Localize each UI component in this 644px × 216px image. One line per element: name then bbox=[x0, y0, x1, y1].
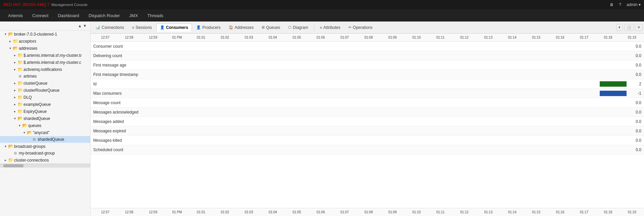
timeline-bottom: 12:5712:5812:5901 PM01:0101:0201:0301:04… bbox=[91, 208, 644, 216]
tree-node-addresses[interactable]: ▾📂addresses bbox=[0, 45, 90, 52]
sidebar-horizontal-scrollbar[interactable] bbox=[0, 164, 90, 168]
timeline-label: 01:07 bbox=[333, 210, 357, 214]
timeline-label: 01:06 bbox=[309, 210, 333, 214]
tree-arrow-icon: ▾ bbox=[3, 32, 8, 36]
tree-label-artimes: artimes bbox=[23, 74, 37, 79]
nav-jmx[interactable]: JMX bbox=[124, 9, 143, 21]
attributes-icon: ≡ bbox=[320, 26, 322, 30]
tree-node-shardedQueue-leaf[interactable]: ⚙shardedQueue bbox=[0, 136, 90, 143]
tree-node-my-broadcast-group[interactable]: ⚙my-broadcast-group bbox=[0, 150, 90, 157]
tree-node-artemis-internal-sf2[interactable]: ▸📁$.artemis.internal.sf.my-cluster.c bbox=[0, 59, 90, 66]
tab-maximize-btn[interactable]: ⬜ bbox=[624, 24, 634, 31]
data-row-label: Scheduled count bbox=[93, 147, 628, 152]
tree-arrow-icon: ▸ bbox=[12, 102, 17, 106]
tree-node-broker[interactable]: ▾📂broker-7.0.3-clustered-1 bbox=[0, 31, 90, 38]
navbar: Artemis Connect Dashboard Dispatch Route… bbox=[0, 9, 644, 21]
tab-addresses-label: Addresses bbox=[235, 25, 254, 30]
tree-label-broadcast-groups: broadcast-groups bbox=[14, 144, 45, 149]
folder-icon: 📁 bbox=[17, 53, 23, 58]
timeline-label: 01:03 bbox=[237, 36, 261, 39]
nav-connect[interactable]: Connect bbox=[28, 9, 53, 21]
tab-diagram[interactable]: ⬡ Diagram bbox=[284, 24, 312, 32]
tree-node-clusterQueue[interactable]: ▸📁clusterQueue bbox=[0, 80, 90, 87]
nav-artemis[interactable]: Artemis bbox=[3, 9, 28, 21]
chart-bar-icon: 📊 bbox=[96, 25, 100, 30]
tree-label-addresses: addresses bbox=[19, 46, 37, 51]
tree-label-anycast: "anycast" bbox=[33, 130, 50, 135]
data-area: Consumer count0.0Delivering count0.0Firs… bbox=[91, 42, 644, 208]
tree-node-artemis-internal-sf[interactable]: ▸📁$.artemis.internal.sf.my-cluster.b bbox=[0, 52, 90, 59]
timeline-label: 01:02 bbox=[213, 36, 237, 39]
tab-producers[interactable]: 👤 Producers bbox=[193, 24, 224, 32]
tab-sessions-label: Sessions bbox=[136, 25, 152, 30]
tab-operations[interactable]: ✏ Operations bbox=[345, 24, 376, 32]
content-area: 📊 Connections ≡ Sessions 👤 Consumers 👤 P… bbox=[91, 21, 644, 216]
gear-icon: ⚙ bbox=[13, 151, 18, 156]
folder-icon: 📂 bbox=[22, 123, 28, 128]
tree-label-my-broadcast-group: my-broadcast-group bbox=[19, 151, 55, 156]
data-row-label: Delivering count bbox=[93, 53, 628, 58]
tree-arrow-icon: ▾ bbox=[17, 124, 22, 127]
tab-bar: 📊 Connections ≡ Sessions 👤 Consumers 👤 P… bbox=[91, 21, 644, 34]
tab-queues[interactable]: ⊞ Queues bbox=[258, 24, 284, 32]
timeline-label: 01:06 bbox=[309, 36, 333, 39]
tab-connections[interactable]: 📊 Connections bbox=[92, 24, 128, 32]
data-row-value: 0.0 bbox=[628, 129, 641, 133]
data-row: Messages expired0.0 bbox=[91, 126, 644, 136]
diagram-icon: ⬡ bbox=[288, 25, 291, 30]
tab-producers-label: Producers bbox=[202, 25, 221, 30]
tree-node-anycast[interactable]: ▾📂"anycast" bbox=[0, 129, 90, 136]
tree-arrow-icon: ▸ bbox=[7, 39, 13, 43]
sidebar-hscroll-thumb[interactable] bbox=[3, 164, 23, 167]
nav-dispatch-router[interactable]: Dispatch Router bbox=[84, 9, 124, 21]
tree-node-broadcast-groups[interactable]: ▾📂broadcast-groups bbox=[0, 143, 90, 150]
timeline-label: 01:14 bbox=[500, 36, 524, 39]
tab-dropdown-btn[interactable]: ▾ bbox=[616, 24, 623, 31]
tree-node-activemq-notifications[interactable]: ▸📁activemq.notifications bbox=[0, 66, 90, 73]
data-row-value: 0.0 bbox=[628, 147, 641, 152]
tree-node-artimes[interactable]: ⚙artimes bbox=[0, 73, 90, 80]
topbar-right: 🖥 ? admin ▾ bbox=[609, 2, 641, 7]
data-row-label: Messages added bbox=[93, 119, 628, 124]
data-row-value: 0.0 bbox=[628, 44, 641, 49]
tree-node-shardedQueue[interactable]: ▾📂shardedQueue bbox=[0, 115, 90, 122]
nav-dashboard[interactable]: Dashboard bbox=[53, 9, 84, 21]
user-menu[interactable]: admin ▾ bbox=[627, 2, 641, 7]
tab-close-btn[interactable]: ✕ bbox=[635, 24, 643, 31]
folder-icon: 📁 bbox=[17, 95, 23, 100]
tree-node-expiryQueue[interactable]: ▸📁ExpiryQueue bbox=[0, 108, 90, 115]
tree-arrow-icon: ▸ bbox=[12, 88, 17, 92]
timeline-label: 01:01 bbox=[189, 210, 213, 214]
tree-node-exampleQueue[interactable]: ▸📁exampleQueue bbox=[0, 101, 90, 108]
tree-node-acceptors[interactable]: ▸📁acceptors bbox=[0, 38, 90, 45]
data-row-label: First message age bbox=[93, 63, 628, 68]
timeline-label: 01:16 bbox=[548, 36, 572, 39]
tab-sessions[interactable]: ≡ Sessions bbox=[128, 24, 156, 32]
timeline-label: 01:17 bbox=[572, 36, 596, 39]
addresses-icon: 🏠 bbox=[229, 25, 233, 30]
tree-arrow-icon: ▸ bbox=[3, 158, 8, 162]
tree-label-artemis-internal-sf2: $.artemis.internal.sf.my-cluster.c bbox=[23, 60, 81, 65]
tree-arrow-icon: ▸ bbox=[12, 53, 17, 57]
data-row-bar: 2 bbox=[600, 81, 641, 87]
tab-addresses[interactable]: 🏠 Addresses bbox=[225, 24, 258, 32]
data-row-label: Message count bbox=[93, 100, 628, 105]
data-row: Delivering count0.0 bbox=[91, 51, 644, 60]
data-row: Scheduled count0.0 bbox=[91, 145, 644, 155]
nav-threads[interactable]: Threads bbox=[143, 9, 168, 21]
tree-node-queues[interactable]: ▾📂queues bbox=[0, 122, 90, 129]
tree-node-clusterRouterQueue[interactable]: ▸📁clusterRouterQueue bbox=[0, 87, 90, 94]
tab-consumers[interactable]: 👤 Consumers bbox=[156, 24, 192, 32]
tree-label-shardedQueue-leaf: shardedQueue bbox=[38, 137, 64, 142]
monitor-icon[interactable]: 🖥 bbox=[609, 2, 613, 7]
tree-label-exampleQueue: exampleQueue bbox=[23, 102, 51, 107]
operations-icon: ✏ bbox=[348, 25, 352, 30]
sidebar-collapse-btn[interactable]: ▲ ▼ bbox=[76, 23, 88, 29]
tree-node-cluster-connections[interactable]: ▸📁cluster-connections bbox=[0, 157, 90, 164]
timeline-label: 12:59 bbox=[141, 36, 165, 39]
tab-attributes[interactable]: ≡ Attributes bbox=[316, 24, 344, 32]
tree-node-dlq[interactable]: ▸📁DLQ bbox=[0, 94, 90, 101]
question-icon[interactable]: ? bbox=[619, 2, 621, 7]
data-row: First message timestamp0.0 bbox=[91, 70, 644, 79]
data-row-value: 0.0 bbox=[628, 138, 641, 143]
